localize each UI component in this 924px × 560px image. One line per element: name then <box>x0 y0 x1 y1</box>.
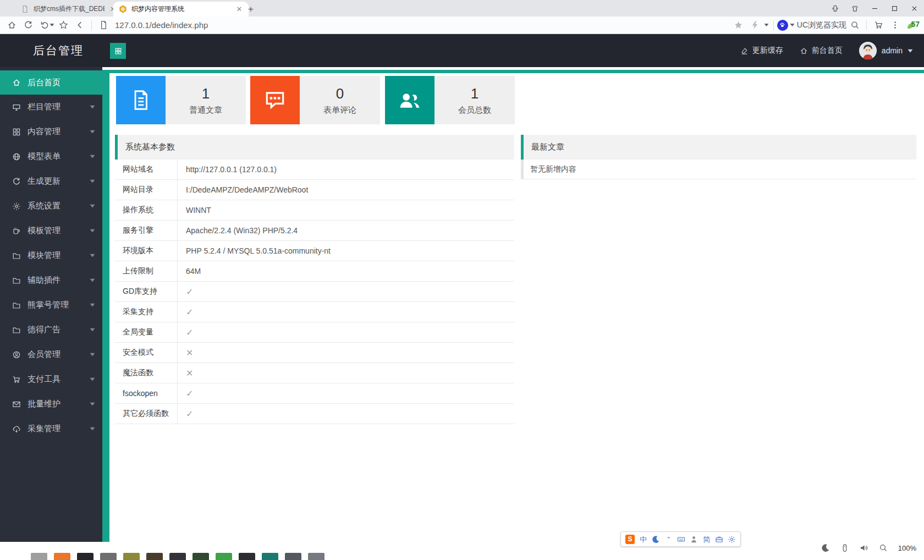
toolbox-icon[interactable] <box>715 535 723 543</box>
sidebar-item-0[interactable]: 后台首页 <box>0 70 102 95</box>
chevron-down-icon <box>90 377 95 381</box>
taskbar-app-fragment[interactable] <box>169 553 186 560</box>
home-icon[interactable] <box>3 18 20 33</box>
chevron-down-icon <box>90 278 95 282</box>
table-row: 安全模式 ✕ <box>115 343 514 363</box>
sidebar-item-8[interactable]: 辅助插件 <box>0 268 102 293</box>
speaker-icon[interactable] <box>860 543 868 552</box>
sogou-logo-icon[interactable]: S <box>625 535 635 544</box>
theme-skin-icon[interactable] <box>845 0 865 17</box>
taskbar-app-fragment[interactable] <box>239 553 255 560</box>
night-mode-icon[interactable] <box>821 543 830 552</box>
new-tab-button[interactable]: + <box>244 3 257 16</box>
folder-icon <box>12 251 21 260</box>
sidebar-item-6[interactable]: 模板管理 <box>0 218 102 243</box>
zoom-level[interactable]: 100% <box>898 544 916 552</box>
browser-chrome: 织梦cms插件下载_DEDEcms插件 ✕ 织梦内容管理系统 ✕ + <box>0 0 924 34</box>
sidebar-item-13[interactable]: 批量维护 <box>0 392 102 416</box>
punctuation-icon[interactable]: ” <box>664 535 673 544</box>
url-field[interactable]: 127.0.0.1/dede/index.php <box>115 20 730 30</box>
chevron-down-icon[interactable] <box>763 18 770 33</box>
stat-card[interactable]: 1 普通文章 <box>116 76 246 124</box>
mobile-icon[interactable] <box>825 0 845 17</box>
sidebar-item-12[interactable]: 支付工具 <box>0 367 102 392</box>
taskbar-app-fragment[interactable] <box>146 553 163 560</box>
param-label: 其它必须函数 <box>115 404 178 424</box>
sidebar-item-10[interactable]: 德得广告 <box>0 317 102 342</box>
soft-keyboard-icon[interactable] <box>677 535 685 543</box>
baidu-icon[interactable] <box>777 20 788 31</box>
taskbar-app-fragment[interactable] <box>262 553 278 560</box>
eraser-icon <box>740 47 749 55</box>
sidebar-item-7[interactable]: 模块管理 <box>0 243 102 268</box>
maximize-button[interactable] <box>884 0 904 17</box>
search-box[interactable]: UC浏览器实现 <box>777 18 863 33</box>
apps-grid-button[interactable] <box>110 43 126 59</box>
taskbar-app-fragment[interactable] <box>100 553 117 560</box>
front-home-button[interactable]: 前台首页 <box>800 46 843 56</box>
flash-icon[interactable] <box>747 18 763 33</box>
taskbar-app-fragment[interactable] <box>77 553 94 560</box>
back-icon[interactable] <box>72 18 88 33</box>
user-menu[interactable]: admin <box>859 42 913 59</box>
search-input[interactable]: UC浏览器实现 <box>797 20 846 30</box>
stat-value: 1 <box>471 85 479 102</box>
page-title: 后台管理 <box>33 34 84 67</box>
tab-dedecms-admin[interactable]: 织梦内容管理系统 ✕ <box>113 2 249 17</box>
monitor-icon <box>12 103 21 112</box>
favorite-star-icon[interactable] <box>730 18 747 33</box>
tab-title: 织梦内容管理系统 <box>131 4 231 14</box>
param-value: ✕ <box>178 363 193 383</box>
chevron-down-icon <box>90 402 95 406</box>
chevron-down-icon <box>908 49 913 53</box>
sidebar-item-3[interactable]: 模型表单 <box>0 144 102 169</box>
close-window-button[interactable] <box>904 0 924 17</box>
tab-plugin-download[interactable]: 织梦cms插件下载_DEDEcms插件 ✕ <box>15 2 122 17</box>
zoom-search-icon[interactable] <box>879 543 888 552</box>
account-icon[interactable] <box>690 535 698 543</box>
sidebar-item-9[interactable]: 熊掌号管理 <box>0 293 102 317</box>
simplified-icon[interactable]: 简 <box>702 535 711 544</box>
half-moon-icon[interactable] <box>652 535 660 543</box>
sidebar-item-2[interactable]: 内容管理 <box>0 119 102 144</box>
sidebar-item-4[interactable]: 生成更新 <box>0 169 102 194</box>
taskbar-app-fragment[interactable] <box>285 553 301 560</box>
param-label: 魔法函数 <box>115 363 178 383</box>
chevron-down-icon <box>90 105 95 109</box>
table-row: 全局变量 ✓ <box>115 322 514 343</box>
kebab-menu-icon[interactable] <box>887 18 903 33</box>
search-icon[interactable] <box>846 18 863 33</box>
taskbar-app-fragment[interactable] <box>216 553 232 560</box>
taskbar-app-fragment[interactable] <box>308 553 324 560</box>
speed-score-badge[interactable]: 57 <box>905 19 920 31</box>
stat-card[interactable]: 1 会员总数 <box>385 76 515 124</box>
chevron-down-icon[interactable] <box>48 18 55 33</box>
home-icon <box>12 78 21 87</box>
mouse-gesture-icon[interactable] <box>840 543 849 552</box>
sidebar-item-11[interactable]: 会员管理 <box>0 342 102 367</box>
minimize-button[interactable] <box>865 0 884 17</box>
param-value: ✓ <box>178 282 193 301</box>
param-label: 安全模式 <box>115 343 178 363</box>
chevron-down-icon <box>90 328 95 332</box>
taskbar-app-fragment[interactable] <box>31 553 47 560</box>
ime-settings-icon[interactable] <box>728 535 736 543</box>
stat-card[interactable]: 0 表单评论 <box>250 76 380 124</box>
sidebar-item-14[interactable]: 采集管理 <box>0 416 102 441</box>
taskbar-app-fragment[interactable] <box>54 553 70 560</box>
bookmark-star-icon[interactable] <box>55 18 72 33</box>
cart-icon[interactable] <box>870 18 887 33</box>
taskbar-app-fragment[interactable] <box>193 553 209 560</box>
chevron-down-icon[interactable] <box>788 18 797 33</box>
update-cache-button[interactable]: 更新缓存 <box>740 46 783 56</box>
sidebar-item-label: 栏目管理 <box>28 102 61 112</box>
param-value: ✓ <box>178 322 193 342</box>
refresh-icon[interactable] <box>20 18 36 33</box>
latest-articles-panel: 最新文章 暂无新增内容 <box>521 135 916 179</box>
taskbar-app-fragment[interactable] <box>123 553 140 560</box>
chevron-down-icon <box>90 155 95 158</box>
chinese-mode-icon[interactable]: 中 <box>639 535 647 544</box>
sidebar-item-5[interactable]: 系统设置 <box>0 194 102 218</box>
sidebar-item-1[interactable]: 栏目管理 <box>0 95 102 119</box>
close-tab-icon[interactable]: ✕ <box>235 5 243 13</box>
